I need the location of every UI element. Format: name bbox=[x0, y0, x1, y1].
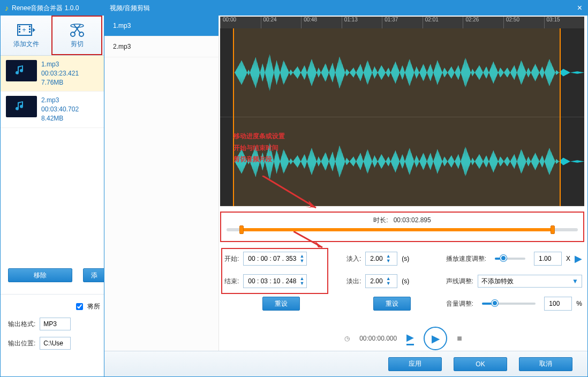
output-path-label: 输出位置: bbox=[8, 339, 35, 348]
output-format-select[interactable]: MP3 bbox=[40, 318, 71, 330]
apply-button[interactable]: 应用 bbox=[388, 357, 442, 371]
time-ruler: 00:0000:2400:4801:1301:3702:0102:2602:50… bbox=[220, 17, 584, 28]
merge-all-checkbox[interactable] bbox=[76, 303, 83, 310]
dialog-title: 视频/音频剪辑 bbox=[110, 4, 150, 13]
app-title: Renee音频合并器 1.0.0 bbox=[12, 4, 79, 13]
pct-unit: % bbox=[576, 300, 582, 307]
main-titlebar: ♪ Renee音频合并器 1.0.0 bbox=[1, 1, 107, 16]
dialog-footer: 应用 OK 取消 bbox=[104, 351, 587, 376]
svg-text:+: + bbox=[22, 26, 26, 34]
scissors-icon bbox=[67, 22, 87, 37]
output-format-label: 输出格式: bbox=[8, 320, 35, 329]
file-item[interactable]: 1.mp3 00:03:23.421 7.76MB bbox=[1, 56, 107, 92]
volume-slider[interactable] bbox=[482, 303, 536, 305]
waveform-area[interactable]: 00:0000:2400:4801:1301:3702:0102:2602:50… bbox=[220, 17, 584, 206]
fadeout-label: 淡出: bbox=[346, 277, 361, 286]
svg-rect-2 bbox=[19, 28, 20, 30]
svg-rect-5 bbox=[29, 28, 31, 30]
file-duration: 00:03:40.702 bbox=[41, 105, 79, 114]
audio-thumb bbox=[6, 96, 37, 117]
ok-button[interactable]: OK bbox=[454, 357, 507, 371]
fadein-label: 淡入: bbox=[346, 254, 361, 263]
speed-label: 播放速度调整: bbox=[446, 254, 486, 263]
remove-button[interactable]: 移除 bbox=[8, 268, 72, 282]
svg-point-10 bbox=[71, 24, 84, 27]
track-list: 1.mp3 2.mp3 bbox=[104, 16, 219, 351]
progress-track[interactable] bbox=[227, 228, 578, 231]
playback-bar: ◷ 00:00:00.000 ▶ ▶ ■ bbox=[219, 327, 587, 350]
progress-start-handle[interactable] bbox=[239, 225, 244, 234]
play-time: 00:00:00.000 bbox=[359, 335, 397, 342]
add-file-button[interactable]: + 添加文件 bbox=[1, 16, 51, 55]
play-button[interactable]: ▶ bbox=[424, 327, 447, 350]
file-name: 1.mp3 bbox=[41, 60, 79, 69]
chevron-down-icon: ▼ bbox=[572, 277, 578, 285]
svg-rect-1 bbox=[19, 26, 20, 27]
audio-thumb bbox=[6, 60, 37, 81]
file-duration: 00:03:23.421 bbox=[41, 69, 79, 78]
voice-select[interactable]: 不添加特效▼ bbox=[478, 275, 582, 288]
track-item[interactable]: 2.mp3 bbox=[104, 36, 218, 57]
duration-label: 时长: bbox=[373, 216, 388, 224]
filmstrip-icon: + bbox=[17, 22, 36, 37]
main-window: ♪ Renee音频合并器 1.0.0 + 添加文件 剪切 1.mp3 00:03… bbox=[0, 0, 107, 377]
stop-icon[interactable]: ■ bbox=[457, 334, 462, 343]
add-file-label: 添加文件 bbox=[13, 40, 39, 49]
dialog-titlebar: 视频/音频剪辑 × bbox=[104, 1, 587, 16]
file-size: 8.42MB bbox=[41, 114, 79, 123]
seek-start-icon[interactable]: ▶ bbox=[406, 331, 414, 345]
speed-play-icon[interactable]: ▶ bbox=[575, 253, 582, 265]
x-unit: X bbox=[566, 255, 570, 262]
svg-rect-3 bbox=[19, 31, 20, 33]
fadein-input[interactable]: 2.00▲▼ bbox=[365, 252, 397, 266]
clock-icon: ◷ bbox=[344, 335, 350, 342]
selection-end-marker[interactable] bbox=[560, 28, 561, 206]
volume-input[interactable]: 100 bbox=[544, 297, 572, 311]
file-info: 1.mp3 00:03:23.421 7.76MB bbox=[41, 60, 79, 87]
duration-value: 00:03:02.895 bbox=[394, 216, 431, 224]
svg-rect-6 bbox=[29, 31, 31, 33]
speed-slider[interactable] bbox=[495, 258, 525, 260]
file-item[interactable]: 2.mp3 00:03:40.702 8.42MB bbox=[1, 92, 107, 127]
seconds-unit: (s) bbox=[402, 277, 409, 285]
cut-button[interactable]: 剪切 bbox=[51, 16, 102, 55]
progress-end-handle[interactable] bbox=[551, 225, 555, 234]
reset-time-button[interactable]: 重设 bbox=[262, 297, 300, 311]
add-button-clipped[interactable]: 添 bbox=[83, 268, 105, 282]
svg-rect-4 bbox=[29, 26, 31, 27]
main-toolbar: + 添加文件 剪切 bbox=[1, 16, 107, 56]
voice-label: 声线调整: bbox=[446, 277, 473, 286]
fadeout-input[interactable]: 2.00▲▼ bbox=[365, 274, 397, 288]
file-name: 2.mp3 bbox=[41, 96, 79, 105]
merge-all-label: 将所 bbox=[87, 302, 100, 311]
file-list: 1.mp3 00:03:23.421 7.76MB 2.mp3 00:03:40… bbox=[1, 56, 107, 128]
selection-start-marker[interactable] bbox=[233, 28, 234, 206]
file-info: 2.mp3 00:03:40.702 8.42MB bbox=[41, 96, 79, 123]
speed-input[interactable]: 1.00 bbox=[534, 252, 562, 266]
selection-overlay bbox=[233, 28, 560, 206]
cancel-button[interactable]: 取消 bbox=[519, 357, 572, 371]
seconds-unit: (s) bbox=[402, 255, 409, 262]
annotation-start-end-box bbox=[221, 248, 328, 294]
file-size: 7.76MB bbox=[41, 78, 79, 87]
close-icon[interactable]: × bbox=[577, 3, 582, 13]
progress-box: 时长: 00:03:02.895 bbox=[220, 212, 584, 242]
annotation-text: 移动进度条或设置 开始与结束时间 剪切音频片段 bbox=[233, 131, 285, 165]
track-item[interactable]: 1.mp3 bbox=[104, 16, 218, 36]
volume-label: 音量调整: bbox=[446, 299, 473, 308]
output-path-field[interactable]: C:\Use bbox=[40, 337, 71, 350]
trim-dialog: 视频/音频剪辑 × 1.mp3 2.mp3 00:0000:2400:4801:… bbox=[104, 0, 588, 377]
reset-fade-button[interactable]: 重设 bbox=[373, 297, 411, 311]
app-icon: ♪ bbox=[5, 4, 9, 12]
cut-label: 剪切 bbox=[71, 40, 84, 49]
